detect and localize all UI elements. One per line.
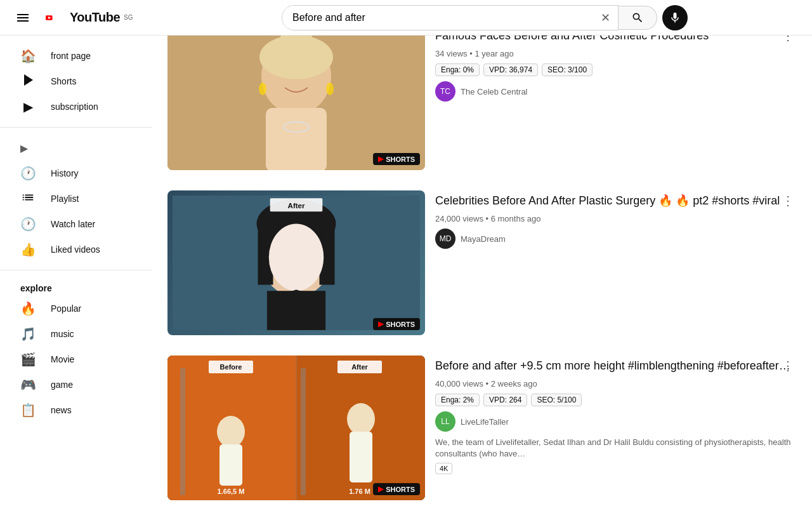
sidebar-divider-1 bbox=[0, 127, 152, 128]
channel-name-1: The Celeb Central bbox=[461, 87, 528, 96]
sidebar-item-music[interactable]: 🎵 music bbox=[5, 321, 147, 347]
video-tags-1: Enga: 0% VPD: 36,974 SEO: 3/100 bbox=[435, 63, 797, 76]
shorts-icon bbox=[20, 73, 36, 90]
logo-text: YouTube bbox=[70, 10, 120, 25]
video-meta-1: 34 views • 1 year ago bbox=[435, 49, 797, 58]
video-list: ▶ SHORTS ⋮ Famous Faces Before and After… bbox=[167, 15, 797, 510]
svg-text:1.66,5 M: 1.66,5 M bbox=[218, 488, 245, 495]
sidebar-label-front-page: front page bbox=[51, 51, 91, 61]
movie-icon: 🎬 bbox=[20, 352, 36, 367]
search-clear-button[interactable]: ✕ bbox=[593, 6, 618, 30]
sidebar-label-shorts: Shorts bbox=[51, 76, 76, 86]
svg-rect-28 bbox=[350, 432, 372, 482]
shorts-badge-1: ▶ SHORTS bbox=[373, 153, 420, 165]
search-container: ✕ bbox=[282, 5, 688, 30]
history-icon: 🕐 bbox=[20, 166, 36, 181]
hamburger-button[interactable] bbox=[10, 5, 36, 30]
shorts-badge-2: ▶ SHORTS bbox=[373, 318, 420, 330]
tag-3-2: SEO: 5/100 bbox=[531, 394, 582, 406]
thumbnail-3[interactable]: Before After 1.66,5 M 1.76 M ▶ SHORTS bbox=[167, 356, 425, 500]
views-2: 24,000 views bbox=[435, 214, 483, 223]
liked-videos-icon: 👍 bbox=[20, 242, 36, 257]
explore-header: explore bbox=[5, 278, 147, 296]
channel-row-1: TC The Celeb Central bbox=[435, 81, 797, 102]
sidebar-item-subscription[interactable]: ▶ subscription bbox=[5, 94, 147, 119]
channel-name-2: MayaDream bbox=[461, 234, 506, 244]
sidebar-label-liked-videos: Liked videos bbox=[51, 244, 100, 255]
channel-row-3: LL LiveLifeTaller bbox=[435, 411, 797, 432]
sidebar-item-news[interactable]: 📋 news bbox=[5, 397, 147, 423]
svg-text:Before: Before bbox=[220, 363, 242, 371]
search-submit-button[interactable] bbox=[619, 6, 657, 30]
sidebar-label-movie: Movie bbox=[51, 354, 74, 364]
popular-icon: 🔥 bbox=[20, 301, 36, 316]
sidebar-label-popular: Popular bbox=[51, 303, 81, 314]
playlist-icon bbox=[20, 190, 36, 208]
video-info-3: ⋮ Before and after +9.5 cm more height #… bbox=[435, 356, 797, 474]
more-options-button-2[interactable]: ⋮ bbox=[779, 190, 797, 211]
tag-3-0: Enga: 2% bbox=[435, 394, 480, 406]
game-icon: 🎮 bbox=[20, 377, 36, 392]
video-item-1[interactable]: ▶ SHORTS ⋮ Famous Faces Before and After… bbox=[167, 15, 797, 180]
sidebar-item-history[interactable]: 🕐 History bbox=[5, 161, 147, 186]
main-content: ▶ SHORTS ⋮ Famous Faces Before and After… bbox=[152, 0, 812, 525]
video-title-3: Before and after +9.5 cm more height #li… bbox=[435, 358, 797, 374]
sidebar-expand-icon[interactable]: ▶ bbox=[20, 142, 28, 154]
svg-point-9 bbox=[326, 83, 334, 95]
header: YouTubeSG ✕ bbox=[0, 0, 812, 36]
svg-marker-2 bbox=[24, 74, 33, 86]
video-tags-3: Enga: 2% VPD: 264 SEO: 5/100 bbox=[435, 394, 797, 406]
channel-name-3: LiveLifeTaller bbox=[461, 417, 509, 427]
sidebar-label-playlist: Playlist bbox=[51, 194, 79, 204]
video-meta-3: 40,000 views • 2 weeks ago bbox=[435, 379, 797, 389]
home-icon: 🏠 bbox=[20, 48, 36, 63]
svg-rect-26 bbox=[219, 444, 242, 486]
separator-2: • bbox=[486, 214, 491, 223]
sidebar-label-game: game bbox=[51, 380, 73, 390]
shorts-icon-1: ▶ bbox=[378, 155, 383, 163]
separator-3: • bbox=[486, 379, 491, 389]
sidebar-item-popular[interactable]: 🔥 Popular bbox=[5, 296, 147, 321]
watch-later-icon: 🕐 bbox=[20, 216, 36, 232]
youtube-logo[interactable]: YouTubeSG bbox=[46, 10, 133, 25]
channel-avatar-2: MD bbox=[435, 229, 455, 249]
sidebar-label-music: music bbox=[51, 329, 74, 339]
sidebar-divider-2 bbox=[0, 270, 152, 270]
thumbnail-1[interactable]: ▶ SHORTS bbox=[167, 25, 425, 170]
svg-text:After: After bbox=[351, 363, 368, 371]
shorts-label-2: SHORTS bbox=[386, 321, 415, 328]
views-3: 40,000 views bbox=[435, 379, 483, 389]
sidebar-item-shorts[interactable]: Shorts bbox=[5, 69, 147, 94]
sidebar-label-history: History bbox=[51, 168, 79, 178]
search-icon bbox=[631, 11, 644, 24]
shorts-label-3: SHORTS bbox=[386, 486, 415, 493]
sidebar-item-game[interactable]: 🎮 game bbox=[5, 372, 147, 397]
video-item-3[interactable]: Before After 1.66,5 M 1.76 M ▶ SHORTS ⋮ … bbox=[167, 345, 797, 510]
tag-1-2: SEO: 3/100 bbox=[542, 63, 593, 76]
sidebar-section-row: ▶ bbox=[5, 135, 147, 161]
svg-point-27 bbox=[347, 403, 375, 435]
microphone-icon bbox=[669, 11, 681, 24]
thumbnail-2[interactable]: After ▶ SHORTS bbox=[167, 190, 425, 335]
sidebar-item-playlist[interactable]: Playlist bbox=[5, 186, 147, 211]
channel-avatar-1: TC bbox=[435, 81, 455, 102]
sidebar-item-movie[interactable]: 🎬 Movie bbox=[5, 347, 147, 372]
sidebar-item-liked-videos[interactable]: 👍 Liked videos bbox=[5, 237, 147, 262]
channel-row-2: MD MayaDream bbox=[435, 229, 797, 249]
more-options-button-3[interactable]: ⋮ bbox=[779, 356, 797, 376]
video-item-2[interactable]: After ▶ SHORTS ⋮ Celebrities Before And … bbox=[167, 180, 797, 345]
search-input[interactable] bbox=[282, 6, 593, 30]
shorts-icon-2: ▶ bbox=[378, 320, 383, 328]
svg-point-16 bbox=[269, 224, 324, 291]
sidebar-item-front-page[interactable]: 🏠 front page bbox=[5, 43, 147, 69]
voice-search-button[interactable] bbox=[662, 5, 688, 30]
video-quality-badge-3: 4K bbox=[435, 463, 452, 474]
svg-rect-23 bbox=[180, 368, 185, 495]
time-ago-3: 2 weeks ago bbox=[491, 379, 537, 389]
sidebar: 🏠 front page Shorts ▶ subscription ▶ 🕐 H… bbox=[0, 36, 152, 525]
svg-point-8 bbox=[259, 83, 266, 95]
sidebar-item-watch-later[interactable]: 🕐 Watch later bbox=[5, 211, 147, 237]
tag-1-1: VPD: 36,974 bbox=[483, 63, 538, 76]
sidebar-label-news: news bbox=[51, 405, 72, 415]
music-icon: 🎵 bbox=[20, 326, 36, 342]
